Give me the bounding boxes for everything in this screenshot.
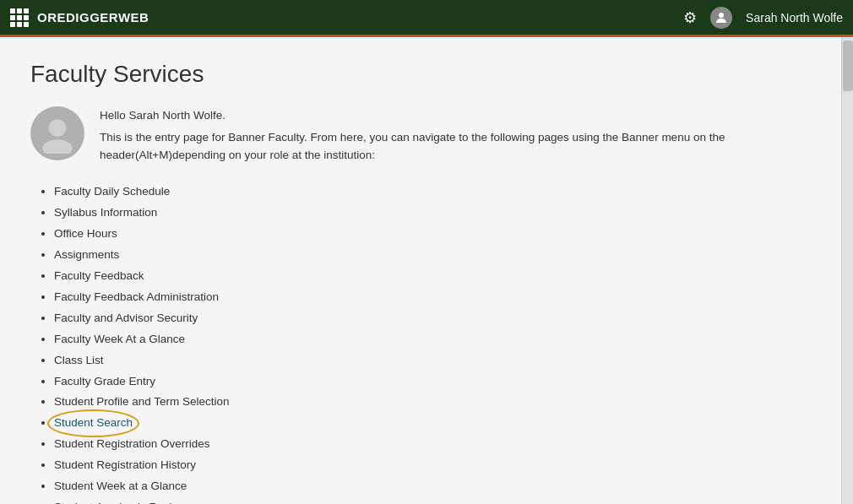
scrollbar-thumb[interactable] (843, 41, 853, 91)
intro-text: Hello Sarah North Wolfe. This is the ent… (100, 106, 811, 168)
list-item[interactable]: Student Registration Overrides (54, 434, 811, 455)
page-title: Faculty Services (30, 61, 811, 88)
list-item[interactable]: Office Hours (54, 224, 811, 245)
main-content: Faculty Services Hello Sarah North Wolfe… (0, 37, 841, 504)
list-item[interactable]: Class List (54, 350, 811, 371)
avatar (30, 106, 84, 160)
list-item[interactable]: Student Search (54, 413, 811, 434)
list-item[interactable]: Syllabus Information (54, 203, 811, 224)
list-item[interactable]: Faculty Week At a Glance (54, 329, 811, 350)
svg-point-0 (719, 13, 724, 18)
list-item[interactable]: Student Academic Review (54, 497, 811, 504)
list-item[interactable]: Faculty Daily Schedule (54, 182, 811, 203)
scrollbar[interactable] (841, 37, 853, 504)
list-item[interactable]: Faculty Grade Entry (54, 371, 811, 393)
list-item[interactable]: Faculty and Advisor Security (54, 308, 811, 329)
username: Sarah North Wolfe (746, 11, 843, 24)
greeting: Hello Sarah North Wolfe. (100, 106, 811, 125)
description: This is the entry page for Banner Facult… (100, 128, 811, 165)
user-avatar-icon[interactable] (710, 7, 732, 29)
topnav-right: ⚙ Sarah North Wolfe (683, 7, 843, 29)
gear-icon[interactable]: ⚙ (683, 8, 697, 27)
brand-name: OREDIGGERWEB (37, 10, 149, 24)
list-item[interactable]: Faculty Feedback (54, 266, 811, 287)
svg-point-2 (42, 139, 72, 154)
menu-list: Faculty Daily ScheduleSyllabus Informati… (30, 182, 811, 504)
student-search-link[interactable]: Student Search (54, 413, 133, 434)
svg-point-1 (49, 119, 67, 137)
list-item[interactable]: Assignments (54, 245, 811, 266)
list-item[interactable]: Faculty Feedback Administration (54, 287, 811, 308)
list-item[interactable]: Student Profile and Term Selection (54, 392, 811, 413)
content-wrapper: Faculty Services Hello Sarah North Wolfe… (0, 37, 853, 504)
top-navigation: OREDIGGERWEB ⚙ Sarah North Wolfe (0, 0, 853, 37)
intro-section: Hello Sarah North Wolfe. This is the ent… (30, 106, 811, 168)
list-item[interactable]: Student Week at a Glance (54, 476, 811, 497)
list-item[interactable]: Student Registration History (54, 455, 811, 476)
brand: OREDIGGERWEB (10, 8, 149, 27)
grid-icon[interactable] (10, 8, 29, 27)
